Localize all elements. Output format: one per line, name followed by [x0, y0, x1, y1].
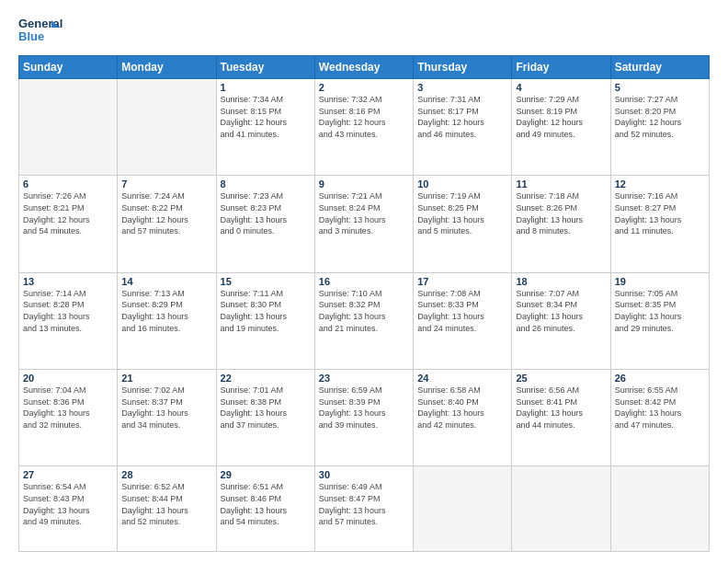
svg-text:Blue: Blue: [18, 29, 44, 43]
day-info: Sunrise: 7:05 AMSunset: 8:35 PMDaylight:…: [615, 288, 705, 334]
calendar-cell: 30Sunrise: 6:49 AMSunset: 8:47 PMDayligh…: [314, 466, 413, 552]
day-number: 15: [221, 276, 311, 287]
calendar-cell: 16Sunrise: 7:10 AMSunset: 8:32 PMDayligh…: [314, 272, 413, 369]
day-info: Sunrise: 7:23 AMSunset: 8:23 PMDaylight:…: [221, 190, 311, 236]
day-info: Sunrise: 7:34 AMSunset: 8:15 PMDaylight:…: [221, 94, 311, 140]
day-number: 24: [417, 373, 507, 384]
calendar-week-3: 13Sunrise: 7:14 AMSunset: 8:28 PMDayligh…: [19, 272, 710, 369]
calendar-cell: [19, 79, 118, 176]
calendar-cell: 22Sunrise: 7:01 AMSunset: 8:38 PMDayligh…: [216, 370, 314, 466]
calendar-cell: 23Sunrise: 6:59 AMSunset: 8:39 PMDayligh…: [314, 370, 413, 466]
day-number: 27: [23, 469, 113, 480]
calendar-cell: [610, 466, 709, 552]
day-info: Sunrise: 6:51 AMSunset: 8:46 PMDaylight:…: [221, 481, 311, 527]
day-number: 13: [23, 276, 113, 287]
day-info: Sunrise: 6:54 AMSunset: 8:43 PMDaylight:…: [23, 481, 113, 527]
day-info: Sunrise: 6:52 AMSunset: 8:44 PMDaylight:…: [121, 481, 211, 527]
calendar-cell: 17Sunrise: 7:08 AMSunset: 8:33 PMDayligh…: [414, 272, 512, 369]
calendar-table: SundayMondayTuesdayWednesdayThursdayFrid…: [18, 55, 710, 552]
calendar-week-5: 27Sunrise: 6:54 AMSunset: 8:43 PMDayligh…: [19, 466, 710, 552]
day-number: 11: [516, 178, 606, 190]
day-info: Sunrise: 6:56 AMSunset: 8:41 PMDaylight:…: [516, 385, 606, 431]
day-number: 1: [221, 82, 311, 93]
calendar-cell: 13Sunrise: 7:14 AMSunset: 8:28 PMDayligh…: [19, 272, 118, 369]
day-info: Sunrise: 7:02 AMSunset: 8:37 PMDaylight:…: [121, 385, 211, 431]
page: GeneralBlue SundayMondayTuesdayWednesday…: [0, 0, 728, 563]
logo: GeneralBlue: [18, 15, 64, 48]
calendar-cell: 11Sunrise: 7:18 AMSunset: 8:26 PMDayligh…: [512, 176, 610, 272]
weekday-header-sunday: Sunday: [19, 56, 118, 79]
calendar-cell: 19Sunrise: 7:05 AMSunset: 8:35 PMDayligh…: [610, 272, 709, 369]
weekday-header-monday: Monday: [118, 56, 216, 79]
day-info: Sunrise: 6:58 AMSunset: 8:40 PMDaylight:…: [417, 385, 507, 431]
calendar-cell: 25Sunrise: 6:56 AMSunset: 8:41 PMDayligh…: [512, 370, 610, 466]
day-info: Sunrise: 6:49 AMSunset: 8:47 PMDaylight:…: [319, 481, 409, 527]
day-number: 8: [221, 178, 311, 190]
calendar-cell: 28Sunrise: 6:52 AMSunset: 8:44 PMDayligh…: [118, 466, 216, 552]
day-info: Sunrise: 7:07 AMSunset: 8:34 PMDaylight:…: [516, 288, 606, 334]
day-info: Sunrise: 7:24 AMSunset: 8:22 PMDaylight:…: [121, 190, 211, 236]
calendar-cell: 18Sunrise: 7:07 AMSunset: 8:34 PMDayligh…: [512, 272, 610, 369]
day-info: Sunrise: 7:21 AMSunset: 8:24 PMDaylight:…: [319, 190, 409, 236]
day-info: Sunrise: 7:10 AMSunset: 8:32 PMDaylight:…: [319, 288, 409, 334]
calendar-cell: 10Sunrise: 7:19 AMSunset: 8:25 PMDayligh…: [414, 176, 512, 272]
calendar-cell: 27Sunrise: 6:54 AMSunset: 8:43 PMDayligh…: [19, 466, 118, 552]
calendar-cell: 3Sunrise: 7:31 AMSunset: 8:17 PMDaylight…: [414, 79, 512, 176]
calendar-cell: 1Sunrise: 7:34 AMSunset: 8:15 PMDaylight…: [216, 79, 314, 176]
weekday-header-friday: Friday: [512, 56, 610, 79]
calendar-cell: 12Sunrise: 7:16 AMSunset: 8:27 PMDayligh…: [610, 176, 709, 272]
calendar-cell: 2Sunrise: 7:32 AMSunset: 8:16 PMDaylight…: [314, 79, 413, 176]
day-number: 10: [417, 178, 507, 190]
calendar-cell: [414, 466, 512, 552]
day-number: 22: [221, 373, 311, 384]
calendar-cell: 24Sunrise: 6:58 AMSunset: 8:40 PMDayligh…: [414, 370, 512, 466]
calendar-cell: 21Sunrise: 7:02 AMSunset: 8:37 PMDayligh…: [118, 370, 216, 466]
day-number: 4: [516, 82, 606, 93]
day-number: 18: [516, 276, 606, 287]
day-info: Sunrise: 7:16 AMSunset: 8:27 PMDaylight:…: [615, 190, 705, 236]
day-number: 21: [121, 373, 211, 384]
day-info: Sunrise: 7:19 AMSunset: 8:25 PMDaylight:…: [417, 190, 507, 236]
weekday-header-wednesday: Wednesday: [314, 56, 413, 79]
day-info: Sunrise: 7:26 AMSunset: 8:21 PMDaylight:…: [23, 190, 113, 236]
calendar-cell: 5Sunrise: 7:27 AMSunset: 8:20 PMDaylight…: [610, 79, 709, 176]
weekday-header-saturday: Saturday: [610, 56, 709, 79]
logo-svg: GeneralBlue: [18, 15, 64, 48]
day-info: Sunrise: 7:32 AMSunset: 8:16 PMDaylight:…: [319, 94, 409, 140]
day-info: Sunrise: 7:08 AMSunset: 8:33 PMDaylight:…: [417, 288, 507, 334]
day-number: 26: [615, 373, 705, 384]
day-number: 29: [221, 469, 311, 480]
calendar-cell: 20Sunrise: 7:04 AMSunset: 8:36 PMDayligh…: [19, 370, 118, 466]
day-number: 19: [615, 276, 705, 287]
day-number: 7: [121, 178, 211, 190]
day-info: Sunrise: 7:27 AMSunset: 8:20 PMDaylight:…: [615, 94, 705, 140]
calendar-cell: [118, 79, 216, 176]
calendar-cell: 6Sunrise: 7:26 AMSunset: 8:21 PMDaylight…: [19, 176, 118, 272]
calendar-cell: 8Sunrise: 7:23 AMSunset: 8:23 PMDaylight…: [216, 176, 314, 272]
day-number: 6: [23, 178, 113, 190]
day-number: 28: [121, 469, 211, 480]
calendar-cell: 7Sunrise: 7:24 AMSunset: 8:22 PMDaylight…: [118, 176, 216, 272]
calendar-cell: 9Sunrise: 7:21 AMSunset: 8:24 PMDaylight…: [314, 176, 413, 272]
calendar-week-2: 6Sunrise: 7:26 AMSunset: 8:21 PMDaylight…: [19, 176, 710, 272]
calendar-cell: 14Sunrise: 7:13 AMSunset: 8:29 PMDayligh…: [118, 272, 216, 369]
calendar-cell: 4Sunrise: 7:29 AMSunset: 8:19 PMDaylight…: [512, 79, 610, 176]
day-number: 17: [417, 276, 507, 287]
day-info: Sunrise: 7:04 AMSunset: 8:36 PMDaylight:…: [23, 385, 113, 431]
day-info: Sunrise: 7:29 AMSunset: 8:19 PMDaylight:…: [516, 94, 606, 140]
calendar-week-4: 20Sunrise: 7:04 AMSunset: 8:36 PMDayligh…: [19, 370, 710, 466]
day-info: Sunrise: 7:18 AMSunset: 8:26 PMDaylight:…: [516, 190, 606, 236]
day-number: 16: [319, 276, 409, 287]
day-info: Sunrise: 7:31 AMSunset: 8:17 PMDaylight:…: [417, 94, 507, 140]
day-info: Sunrise: 6:59 AMSunset: 8:39 PMDaylight:…: [319, 385, 409, 431]
calendar-header-row: SundayMondayTuesdayWednesdayThursdayFrid…: [19, 56, 710, 79]
day-number: 2: [319, 82, 409, 93]
day-number: 3: [417, 82, 507, 93]
day-info: Sunrise: 6:55 AMSunset: 8:42 PMDaylight:…: [615, 385, 705, 431]
calendar-cell: [512, 466, 610, 552]
day-info: Sunrise: 7:11 AMSunset: 8:30 PMDaylight:…: [221, 288, 311, 334]
day-number: 20: [23, 373, 113, 384]
day-info: Sunrise: 7:13 AMSunset: 8:29 PMDaylight:…: [121, 288, 211, 334]
day-number: 30: [319, 469, 409, 480]
weekday-header-thursday: Thursday: [414, 56, 512, 79]
